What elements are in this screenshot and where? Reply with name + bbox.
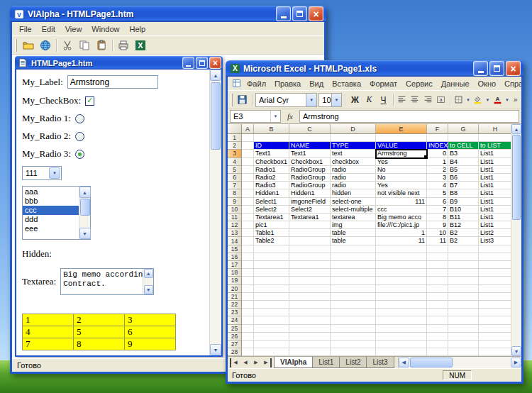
cell-D17[interactable] — [331, 261, 376, 269]
cell-B9[interactable]: Select1 — [254, 198, 289, 206]
cell-E12[interactable]: file:///C:/pic1.jp — [376, 221, 427, 229]
grid-horizontal-scrollbar[interactable] — [398, 357, 521, 368]
child-titlebar[interactable]: HTMLPage1.htm — [15, 56, 223, 70]
child-scrollbar[interactable] — [209, 70, 221, 355]
cell-D20[interactable] — [331, 285, 376, 293]
cell-D24[interactable] — [331, 316, 376, 324]
chevron-down-icon[interactable] — [331, 94, 342, 106]
cell-D28[interactable] — [331, 348, 376, 356]
cell-E5[interactable]: No — [376, 166, 427, 174]
scroll-up-icon[interactable] — [144, 269, 153, 278]
menu-format[interactable]: Формат — [365, 78, 401, 89]
open-folder-icon[interactable] — [21, 38, 36, 53]
cell-D18[interactable] — [331, 269, 376, 277]
cell-B22[interactable] — [254, 301, 289, 309]
scroll-down-icon[interactable] — [79, 228, 91, 239]
cell-B2[interactable]: ID — [254, 142, 289, 150]
cell-B10[interactable]: Select2 — [254, 206, 289, 214]
cell-C26[interactable] — [289, 333, 331, 341]
cell-D6[interactable]: radio — [331, 174, 376, 182]
cell-B13[interactable]: Table1 — [254, 229, 289, 237]
cell-A4[interactable] — [242, 158, 254, 166]
cell-G17[interactable] — [448, 261, 479, 269]
cell-B26[interactable] — [254, 333, 289, 341]
cell-G14[interactable]: B2 — [448, 237, 479, 245]
cell-F14[interactable]: 11 — [427, 237, 448, 245]
cell-F5[interactable]: 2 — [427, 166, 448, 174]
minimize-button[interactable] — [473, 61, 488, 76]
menu-edit[interactable]: Правка — [270, 78, 305, 89]
cell-D7[interactable]: radio — [331, 182, 376, 189]
column-header-A[interactable]: A — [242, 124, 254, 134]
merge-center-icon[interactable]: a — [435, 92, 446, 108]
grid-vertical-scrollbar[interactable] — [511, 124, 521, 356]
cell-E25[interactable] — [376, 325, 427, 333]
menu-view[interactable]: Вид — [305, 78, 328, 89]
cell-F26[interactable] — [427, 333, 448, 341]
cell-G11[interactable]: B11 — [448, 214, 479, 221]
cell-C19[interactable] — [289, 277, 331, 284]
cell-D26[interactable] — [331, 333, 376, 341]
paste-icon[interactable] — [94, 38, 109, 53]
cell-E22[interactable] — [376, 301, 427, 309]
cell-F6[interactable]: 3 — [427, 174, 448, 182]
row-header-19[interactable]: 19 — [228, 277, 242, 284]
cell-G4[interactable]: B4 — [448, 158, 479, 166]
cell-C8[interactable]: Hidden1 — [289, 189, 331, 197]
cell-E3[interactable]: Armstrong — [376, 150, 427, 157]
cell-A6[interactable] — [242, 174, 254, 182]
excel-export-icon[interactable]: X — [133, 38, 148, 53]
column-header-B[interactable]: B — [254, 124, 289, 134]
menu-help[interactable]: Справка — [500, 78, 523, 89]
my-checkbox[interactable] — [85, 96, 94, 106]
listbox-scrollbar[interactable] — [79, 187, 90, 239]
cell-G13[interactable]: B2 — [448, 229, 479, 237]
cell-B6[interactable]: Radio2 — [254, 174, 289, 182]
cell-B15[interactable] — [254, 245, 289, 253]
globe-icon[interactable] — [38, 38, 53, 53]
cell-A12[interactable] — [242, 221, 254, 229]
cell-E20[interactable] — [376, 285, 427, 293]
cell-F19[interactable] — [427, 277, 448, 284]
cell-F13[interactable]: 10 — [427, 229, 448, 237]
cell-A7[interactable] — [242, 182, 254, 189]
cell-D13[interactable]: table — [331, 229, 376, 237]
cell-G2[interactable]: to CELL — [448, 142, 479, 150]
cell-A1[interactable] — [242, 134, 254, 142]
cell-H23[interactable] — [479, 309, 511, 316]
cell-F17[interactable] — [427, 261, 448, 269]
cell-B25[interactable] — [254, 325, 289, 333]
cell-E8[interactable]: not visible next — [376, 189, 427, 197]
row-header-23[interactable]: 23 — [228, 309, 242, 316]
row-header-9[interactable]: 9 — [228, 198, 242, 206]
cell-E4[interactable]: Yes — [376, 158, 427, 166]
cell-A24[interactable] — [242, 316, 254, 324]
cell-D3[interactable]: text — [331, 150, 376, 157]
column-header-D[interactable]: D — [331, 124, 376, 134]
cell-B27[interactable] — [254, 341, 289, 348]
cell-F20[interactable] — [427, 285, 448, 293]
cell-C9[interactable]: imgoneField — [289, 198, 331, 206]
cell-C1[interactable] — [289, 134, 331, 142]
cell-H16[interactable] — [479, 253, 511, 261]
cell-F21[interactable] — [427, 293, 448, 301]
name-box[interactable]: E3 — [230, 110, 281, 123]
cell-H4[interactable]: List1 — [479, 158, 511, 166]
cell-C3[interactable]: Text1 — [289, 150, 331, 157]
menu-insert[interactable]: Вставка — [328, 78, 365, 89]
cell-D21[interactable] — [331, 293, 376, 301]
scroll-thumb[interactable] — [512, 135, 521, 220]
chevron-down-icon[interactable] — [270, 111, 280, 122]
cell-H6[interactable]: List1 — [479, 174, 511, 182]
my-select[interactable]: 111 — [22, 166, 62, 180]
cell-H28[interactable] — [479, 348, 511, 356]
cell-B5[interactable]: Radio1 — [254, 166, 289, 174]
excel-titlebar[interactable]: X Microsoft Excel - HTMLPage1.xls — [226, 60, 523, 77]
cell-C16[interactable] — [289, 253, 331, 261]
scroll-left-icon[interactable] — [399, 358, 409, 367]
list-item[interactable]: eee — [23, 224, 79, 233]
cell-H18[interactable] — [479, 269, 511, 277]
row-header-17[interactable]: 17 — [228, 261, 242, 269]
cell-B23[interactable] — [254, 309, 289, 316]
cell-C27[interactable] — [289, 341, 331, 348]
